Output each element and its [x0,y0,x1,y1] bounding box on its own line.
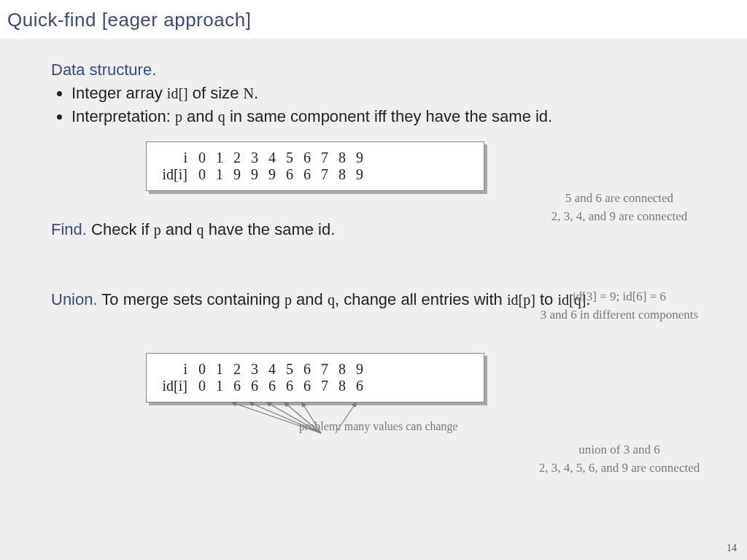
cell: 4 [263,361,281,378]
cell: 7 [316,149,333,166]
union-code-p: p [285,292,292,308]
cell: 9 [351,149,368,166]
cell: 4 [263,149,281,166]
annotation-text: union of 3 and 6 [506,441,732,459]
union-heading: Union. [51,290,98,308]
cell: 6 [246,378,263,394]
bullet-2-mid: and [182,107,218,125]
find-text: have the same id. [204,220,336,238]
cell: 5 [281,361,298,378]
cell: 7 [316,361,333,378]
row-label-id: id[i] [157,166,193,183]
problem-note: problem: many values can change [299,420,458,433]
table-row: id[i] 0 1 6 6 6 6 6 7 8 6 [157,378,471,394]
cell: 0 [193,166,211,183]
cell: 6 [263,378,281,394]
cell: 9 [263,166,281,183]
bullet-2-post: in same component iff they have the same… [225,107,552,125]
table-row: i 0 1 2 3 4 5 6 7 8 9 [157,149,471,166]
cell: 6 [351,378,368,394]
cell: 6 [281,166,298,183]
bullet-2-code1: p [175,109,182,125]
cell: 1 [211,361,228,378]
cell: 0 [193,361,211,378]
cell: 8 [333,166,351,183]
cell: 8 [333,149,351,166]
find-text: and [161,220,197,238]
id-table-after: i 0 1 2 3 4 5 6 7 8 9 id[i] 0 1 6 [146,353,484,402]
slide-content: Data structure. Integer array id[] of si… [0,39,747,402]
id-table-before: i 0 1 2 3 4 5 6 7 8 9 id[i] 0 1 9 [146,141,484,191]
union-code-q: q [328,292,335,308]
cell: 3 [246,149,263,166]
cell: 5 [281,149,298,166]
cell: 6 [298,361,316,378]
slide: Quick-find [eager approach] Data structu… [0,0,747,560]
cell: 7 [316,378,333,394]
annotation-union: union of 3 and 6 2, 3, 4, 5, 6, and 9 ar… [506,441,732,477]
cell: 6 [228,378,246,394]
cell: 2 [228,361,246,378]
annotation-text: 2, 3, 4, and 9 are connected [506,208,732,226]
cell: 6 [298,149,316,166]
annotation-find: id[3] = 9; id[6] = 6 3 and 6 in differen… [506,288,732,324]
row-label-i: i [157,361,193,378]
bullet-2: Interpretation: p and q in same componen… [71,106,696,128]
cell: 6 [298,378,316,394]
title-bar: Quick-find [eager approach] [0,0,747,39]
cell: 8 [333,361,351,378]
bullet-1: Integer array id[] of size N. [71,82,696,104]
cell: 1 [211,166,228,183]
cell: 3 [246,361,263,378]
cell: 0 [193,149,211,166]
cell: 9 [351,166,368,183]
find-text: Check if [87,220,154,238]
find-heading: Find. [51,220,87,238]
bullet-1-code1: id[] [167,85,188,101]
table-row: id[i] 0 1 9 9 9 6 6 7 8 9 [157,166,471,183]
cell: 9 [351,361,368,378]
bullet-2-code2: q [218,109,225,125]
cell: 0 [193,378,211,394]
cell: 6 [298,166,316,183]
cell: 7 [316,166,333,183]
cell: 2 [228,149,246,166]
bullet-2-pre: Interpretation: [71,107,175,125]
row-label-i: i [157,149,193,166]
bullet-1-pre: Integer array [71,84,167,102]
cell: 6 [281,378,298,394]
find-code-q: q [197,222,204,238]
cell: 8 [333,378,351,394]
bullet-1-post: . [254,84,258,102]
find-code-p: p [154,222,161,238]
row-label-id: id[i] [157,378,193,394]
cell: 1 [211,378,228,394]
bullet-1-code2: N [244,85,254,101]
annotation-text: 2, 3, 4, 5, 6, and 9 are connected [506,459,732,478]
bullet-1-mid: of size [188,84,244,102]
table-row: i 0 1 2 3 4 5 6 7 8 9 [157,361,471,378]
page-number: 14 [727,542,737,554]
union-text: and [292,290,328,308]
slide-title: Quick-find [eager approach] [7,9,251,31]
data-structure-block: Data structure. Integer array id[] of si… [51,61,696,127]
annotation-text: id[3] = 9; id[6] = 6 [506,288,732,306]
annotation-text: 3 and 6 in different components [506,306,732,324]
annotation-text: 5 and 6 are connected [506,190,732,208]
cell: 9 [246,166,263,183]
bullet-list: Integer array id[] of size N. Interpreta… [51,82,696,127]
data-structure-heading: Data structure. [51,61,156,79]
annotation-connected-1: 5 and 6 are connected 2, 3, 4, and 9 are… [506,190,732,225]
union-text: , change all entries with [335,290,507,308]
cell: 9 [228,166,246,183]
union-text: To merge sets containing [98,290,285,308]
cell: 1 [211,149,228,166]
